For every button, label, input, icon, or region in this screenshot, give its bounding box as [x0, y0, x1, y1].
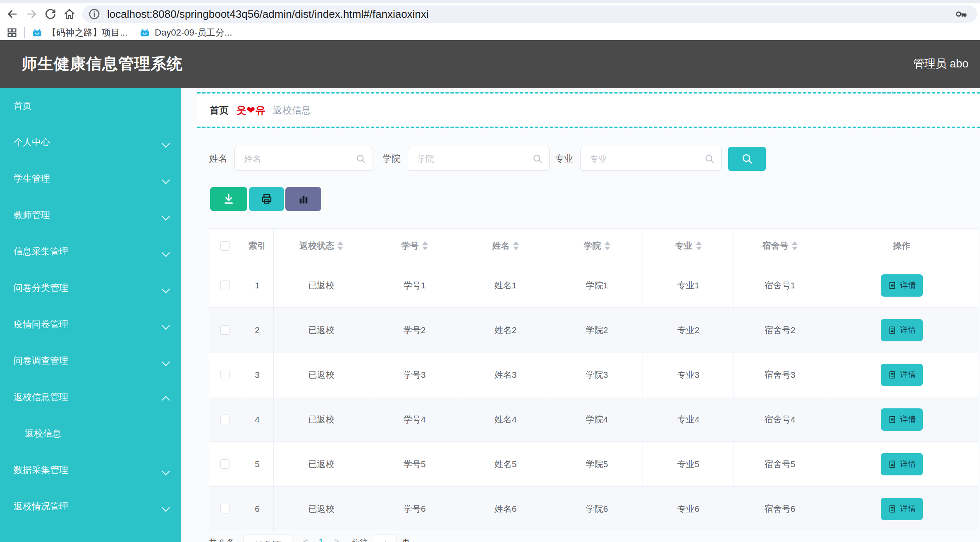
cell-status: 已返校: [274, 263, 369, 307]
col-label: 学院: [584, 240, 601, 252]
chevron-down-icon: [163, 506, 169, 513]
cell-dorm: 宿舍号1: [734, 263, 826, 307]
cell-dorm: 宿舍号6: [734, 487, 826, 531]
college-input[interactable]: [416, 147, 526, 170]
col-header-status: 返校状态: [274, 229, 369, 263]
chart-button[interactable]: [285, 187, 321, 211]
sidebar-item-return-status-mgmt[interactable]: 返校情况管理: [0, 488, 181, 525]
bookmark-label: Day02-09-员工分...: [155, 26, 232, 39]
chevron-down-icon: [163, 142, 169, 149]
bookmark-item[interactable]: Day02-09-员工分...: [139, 26, 232, 39]
sort-icon[interactable]: [422, 241, 428, 250]
col-label: 姓名: [492, 240, 510, 252]
detail-button[interactable]: 详情: [881, 319, 923, 341]
sidebar-subitem-return-info[interactable]: 返校信息: [0, 415, 181, 452]
cell-actions: 详情: [826, 442, 977, 486]
search-button[interactable]: [728, 147, 766, 171]
major-input[interactable]: [589, 147, 698, 170]
sidebar-item-home[interactable]: 首页: [0, 88, 181, 124]
cell-major: 专业4: [643, 397, 734, 441]
cell-index: 1: [241, 263, 274, 307]
password-key-icon[interactable]: [954, 7, 968, 21]
sort-icon[interactable]: [605, 241, 610, 250]
cell-major: 专业5: [643, 442, 734, 486]
page-info-icon[interactable]: [88, 8, 100, 20]
back-icon[interactable]: [4, 6, 21, 22]
home-icon[interactable]: [61, 6, 78, 22]
print-button[interactable]: [249, 187, 284, 211]
cell-actions: 详情: [826, 263, 977, 307]
cell-dorm: 宿舍号2: [734, 308, 826, 352]
apps-grid-icon[interactable]: [6, 26, 18, 39]
page-size-select[interactable]: 10条/页: [244, 535, 292, 542]
sidebar-item-epidemic-questionnaire-mgmt[interactable]: 疫情问卷管理: [0, 306, 181, 343]
reload-icon[interactable]: [42, 6, 59, 22]
table-row: 5 已返校 学号5 姓名5 学院5 专业5 宿舍号5 详情: [209, 441, 978, 486]
row-checkbox[interactable]: [220, 415, 230, 424]
cell-name: 姓名4: [460, 397, 551, 441]
breadcrumb: 首页 웃❤유 返校信息: [197, 92, 980, 128]
col-header-name: 姓名: [460, 229, 551, 263]
table-header-row: 索引 返校状态 学号 姓名 学院 专业 宿舍号 操作: [209, 229, 978, 263]
search-icon: [355, 153, 367, 166]
row-select-cell: [209, 442, 241, 486]
table-row: 6 已返校 学号6 姓名6 学院6 专业6 宿舍号6 详情: [209, 486, 978, 531]
sidebar-item-data-collect-mgmt[interactable]: 数据采集管理: [0, 452, 181, 488]
current-page[interactable]: 1: [319, 537, 323, 542]
detail-button[interactable]: 详情: [881, 498, 923, 520]
cell-student-no: 学号5: [369, 442, 460, 486]
detail-button-label: 详情: [900, 280, 916, 291]
table-row: 3 已返校 学号3 姓名3 学院3 专业3 宿舍号3 详情: [209, 352, 978, 397]
url-bar[interactable]: localhost:8080/springboot43q56/admin/dis…: [82, 5, 977, 23]
cell-student-no: 学号4: [369, 397, 460, 441]
detail-button[interactable]: 详情: [881, 274, 923, 297]
sort-icon[interactable]: [337, 241, 343, 250]
export-download-button[interactable]: [210, 187, 247, 211]
detail-button[interactable]: 详情: [881, 408, 923, 431]
detail-button[interactable]: 详情: [881, 453, 923, 475]
cell-status: 已返校: [274, 487, 369, 531]
sort-icon[interactable]: [792, 241, 798, 250]
next-page-button[interactable]: >: [334, 537, 339, 542]
breadcrumb-current: 返校信息: [273, 104, 311, 117]
cell-index: 5: [241, 442, 274, 486]
sidebar-item-return-info-mgmt[interactable]: 返校信息管理: [0, 379, 181, 415]
cell-major: 专业2: [643, 308, 734, 352]
sidebar-item-teacher-mgmt[interactable]: 教师管理: [0, 197, 181, 233]
col-header-index: 索引: [241, 229, 274, 263]
sidebar-item-student-mgmt[interactable]: 学生管理: [0, 161, 181, 197]
sidebar-item-info-collect-mgmt[interactable]: 信息采集管理: [0, 233, 181, 270]
prev-page-button[interactable]: <: [303, 537, 308, 542]
cell-college: 学院4: [551, 397, 643, 441]
row-checkbox[interactable]: [220, 370, 230, 379]
breadcrumb-home[interactable]: 首页: [210, 104, 229, 117]
search-icon: [704, 153, 715, 166]
sort-icon[interactable]: [513, 241, 519, 250]
sidebar-item-survey-mgmt[interactable]: 问卷调查管理: [0, 343, 181, 379]
url-text[interactable]: localhost:8080/springboot43q56/admin/dis…: [107, 8, 954, 21]
download-icon: [222, 192, 236, 206]
search-icon: [532, 153, 543, 166]
row-checkbox[interactable]: [220, 459, 230, 469]
cell-student-no: 学号2: [369, 308, 460, 352]
cell-major: 专业3: [643, 353, 734, 397]
bookmarks-bar: 【码神之路】项目... Day02-09-员工分...: [0, 25, 980, 40]
document-icon: [888, 281, 897, 290]
bookmark-item[interactable]: 【码神之路】项目...: [31, 26, 127, 39]
name-input[interactable]: [243, 147, 349, 170]
bookmark-label: 【码神之路】项目...: [47, 26, 127, 39]
row-checkbox[interactable]: [220, 281, 230, 290]
select-all-checkbox[interactable]: [220, 241, 230, 251]
goto-page-input[interactable]: [374, 535, 397, 542]
breadcrumb-separator: 웃❤유: [236, 103, 265, 117]
row-checkbox[interactable]: [220, 504, 230, 513]
sidebar-item-personal-center[interactable]: 个人中心: [0, 124, 181, 161]
current-user[interactable]: 管理员 abo: [913, 40, 968, 88]
detail-button[interactable]: 详情: [881, 364, 923, 386]
sort-icon[interactable]: [696, 241, 702, 250]
row-checkbox[interactable]: [220, 325, 230, 335]
col-header-college: 学院: [551, 229, 643, 263]
document-icon: [888, 460, 897, 469]
sidebar-item-questionnaire-category-mgmt[interactable]: 问卷分类管理: [0, 270, 181, 306]
forward-icon[interactable]: [23, 6, 40, 22]
